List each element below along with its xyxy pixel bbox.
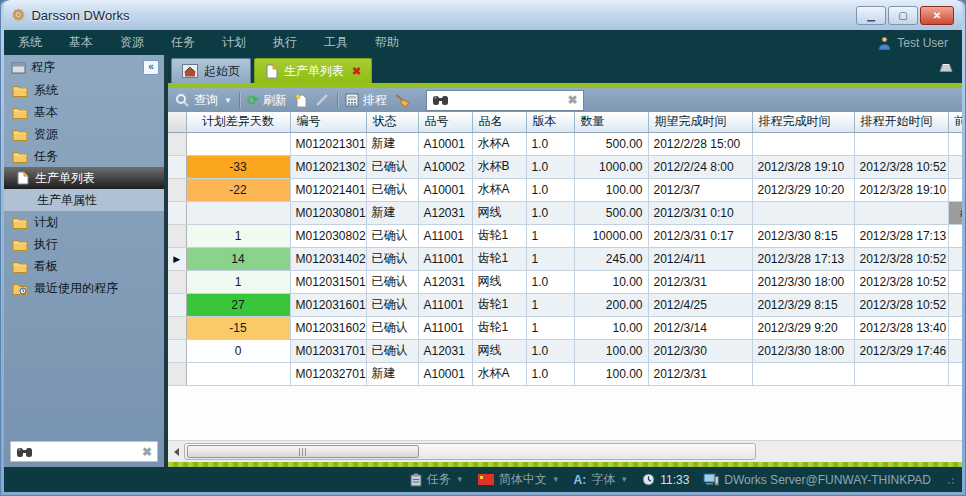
grid-cell[interactable]	[854, 201, 948, 224]
row-indicator-cell[interactable]	[168, 201, 186, 224]
status-font[interactable]: A: 字体 ▼	[574, 471, 629, 488]
grid-cell[interactable]: 2012/4/25	[648, 293, 752, 316]
grid-cell[interactable]: 2012/3/31 0:10	[648, 201, 752, 224]
column-header[interactable]: 版本	[526, 112, 574, 132]
grid-cell[interactable]: M012031701	[290, 339, 366, 362]
grid-cell[interactable]: M012031501	[290, 270, 366, 293]
toolbar-search[interactable]: ✖	[427, 91, 583, 110]
grid-cell[interactable]: 2012/3/7	[648, 178, 752, 201]
row-indicator-cell[interactable]	[168, 316, 186, 339]
grid-cell-diff-days[interactable]	[186, 132, 290, 155]
grid-cell[interactable]: 水杯A	[472, 362, 526, 385]
grid-cell[interactable]: 1000.00	[574, 155, 648, 178]
grid-cell[interactable]: 网线	[472, 339, 526, 362]
grid-cell-overflow[interactable]	[948, 293, 962, 316]
column-header[interactable]: 品名	[472, 112, 526, 132]
grid-cell[interactable]: 齿轮1	[472, 224, 526, 247]
grid-cell-diff-days[interactable]: -15	[186, 316, 290, 339]
sidebar-item[interactable]: 生产单列表	[4, 167, 164, 189]
grid-cell[interactable]: 新建	[366, 132, 418, 155]
task-dropdown-caret-icon[interactable]: ▼	[456, 475, 464, 484]
horizontal-scrollbar[interactable]	[168, 440, 962, 462]
tab-home[interactable]: 起始页	[171, 58, 251, 83]
grid-cell[interactable]: A10001	[418, 362, 472, 385]
sidebar-item[interactable]: 系统	[4, 79, 164, 101]
grid-cell[interactable]: 2012/3/28 17:13	[752, 247, 854, 270]
grid-cell[interactable]: M012031601	[290, 293, 366, 316]
menu-item[interactable]: 计划	[222, 34, 246, 51]
font-dropdown-caret-icon[interactable]: ▼	[620, 475, 628, 484]
grid-cell[interactable]: 已确认	[366, 270, 418, 293]
grid-cell[interactable]: M012021401	[290, 178, 366, 201]
row-indicator-cell[interactable]	[168, 155, 186, 178]
refresh-button[interactable]: ⟳ 刷新	[247, 92, 287, 109]
maximize-button[interactable]: ▢	[888, 6, 918, 25]
grid-cell-overflow[interactable]	[948, 155, 962, 178]
toolbar-search-input[interactable]	[454, 92, 563, 108]
grid-cell[interactable]: 已确认	[366, 224, 418, 247]
grid-cell[interactable]: 245.00	[574, 247, 648, 270]
grid-cell[interactable]: 已确认	[366, 178, 418, 201]
grid-cell[interactable]: 2012/3/28 19:10	[854, 178, 948, 201]
grid-cell[interactable]: 2012/3/28 10:52	[854, 155, 948, 178]
grid-cell[interactable]: 1.0	[526, 132, 574, 155]
grid-cell-diff-days[interactable]: -33	[186, 155, 290, 178]
grid-cell[interactable]: 2012/2/24 8:00	[648, 155, 752, 178]
grid-cell[interactable]: 1.0	[526, 339, 574, 362]
tab-production-order-list[interactable]: 生产单列表 ✖	[254, 58, 372, 83]
current-row-indicator-icon[interactable]: ▶	[168, 247, 186, 270]
grid-cell[interactable]: 2012/3/28 19:10	[752, 155, 854, 178]
column-header[interactable]: 计划差异天数	[186, 112, 290, 132]
grid-cell[interactable]: M012030801	[290, 201, 366, 224]
grid-cell-overflow[interactable]	[948, 316, 962, 339]
grid-cell[interactable]: 200.00	[574, 293, 648, 316]
grid-cell[interactable]: A10001	[418, 132, 472, 155]
grid-cell[interactable]: 2012/3/29 17:46	[854, 339, 948, 362]
edit-button[interactable]	[315, 93, 330, 107]
grid-cell[interactable]: 10.00	[574, 316, 648, 339]
language-dropdown-caret-icon[interactable]: ▼	[552, 475, 560, 484]
grid-cell[interactable]: M012032701	[290, 362, 366, 385]
row-indicator-cell[interactable]	[168, 132, 186, 155]
column-header[interactable]: 品号	[418, 112, 472, 132]
column-header[interactable]: 状态	[366, 112, 418, 132]
grid-cell[interactable]: 1.0	[526, 270, 574, 293]
grid-cell-overflow[interactable]	[948, 247, 962, 270]
grid-cell[interactable]: 齿轮1	[472, 247, 526, 270]
query-button[interactable]: 查询 ▼	[175, 92, 232, 109]
grid-cell[interactable]: 网线	[472, 201, 526, 224]
grid-cell-diff-days[interactable]: 1	[186, 224, 290, 247]
grid-cell[interactable]: 500.00	[574, 201, 648, 224]
grid-cell[interactable]: 2012/3/29 8:15	[752, 293, 854, 316]
grid-cell[interactable]: 500.00	[574, 132, 648, 155]
grid-cell[interactable]: 2012/3/30 18:00	[752, 270, 854, 293]
grid-cell[interactable]	[854, 132, 948, 155]
grid-cell[interactable]: 网线	[472, 270, 526, 293]
grid-cell[interactable]: 2012/2/28 15:00	[648, 132, 752, 155]
minimize-button[interactable]: ▁	[856, 6, 886, 25]
grid-cell[interactable]: 1	[526, 293, 574, 316]
scroll-left-arrow-icon[interactable]	[174, 448, 179, 456]
menu-item[interactable]: 帮助	[375, 34, 399, 51]
grid-cell[interactable]: 已确认	[366, 155, 418, 178]
grid-cell-diff-days[interactable]	[186, 362, 290, 385]
grid-cell[interactable]: 2012/3/30 18:00	[752, 339, 854, 362]
grid-cell[interactable]: 100.00	[574, 339, 648, 362]
grid-cell[interactable]: 100.00	[574, 178, 648, 201]
grid-cell[interactable]: A12031	[418, 201, 472, 224]
grid-cell[interactable]: 已确认	[366, 339, 418, 362]
grid-cell[interactable]: 水杯A	[472, 178, 526, 201]
grid-cell[interactable]: 1	[526, 224, 574, 247]
grid-cell[interactable]: M012021301	[290, 132, 366, 155]
current-user[interactable]: Test User	[878, 36, 948, 50]
grid-cell[interactable]: 1.0	[526, 201, 574, 224]
grid-cell-overflow[interactable]	[948, 339, 962, 362]
grid-cell[interactable]: A11001	[418, 224, 472, 247]
grid-cell[interactable]: 2012/3/28 17:13	[854, 224, 948, 247]
tab-close-icon[interactable]: ✖	[352, 65, 361, 78]
row-indicator-cell[interactable]	[168, 178, 186, 201]
grid-cell[interactable]: 新建	[366, 362, 418, 385]
grid-cell[interactable]: 齿轮1	[472, 316, 526, 339]
grid-cell-overflow[interactable]	[948, 178, 962, 201]
column-header[interactable]: 前	[948, 112, 962, 132]
